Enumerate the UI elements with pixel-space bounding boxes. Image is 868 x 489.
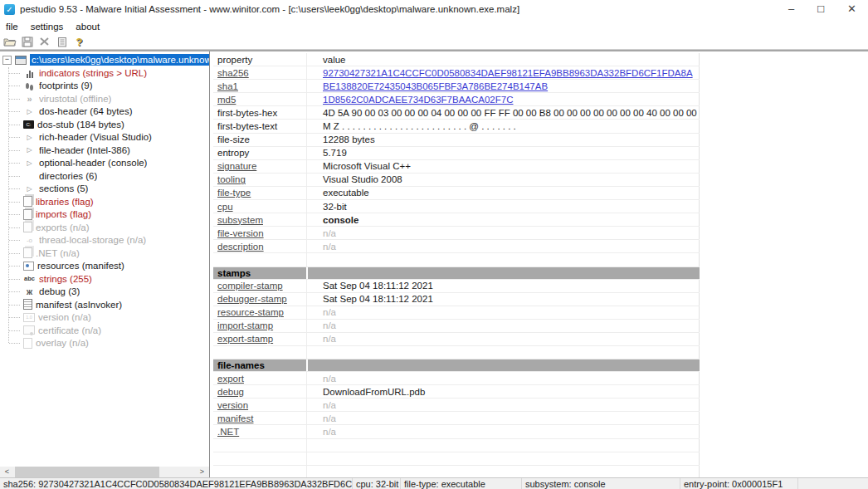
property-name[interactable]: import-stamp [217,320,273,330]
property-name[interactable]: description [217,242,264,252]
tree-item-label: debug (3) [39,286,80,296]
property-name[interactable]: export [217,374,244,384]
maximize-button[interactable]: ☐ [817,1,825,17]
tree-item-manifest[interactable]: manifest (asInvoker) [0,298,209,311]
tree-item-overlay[interactable]: overlay (n/a) [0,337,209,350]
tree-item-debug[interactable]: жdebug (3) [0,286,209,299]
property-value: executable [323,188,369,198]
open-file-icon[interactable] [2,35,17,48]
scroll-left-icon[interactable]: < [0,467,14,477]
save-icon[interactable] [20,35,34,48]
dos-icon: C: [23,120,34,129]
tree-root-label[interactable]: c:\users\leek0gg\desktop\malware.unknown… [30,54,209,66]
section-header-label: file-names [213,359,308,371]
column-header-value[interactable]: value [307,53,700,66]
collapse-icon[interactable]: − [2,56,12,65]
tree-item-label: dos-stub (184 bytes) [37,120,124,130]
property-name[interactable]: export-stamp [217,334,273,344]
scrollbar-thumb[interactable] [15,467,159,477]
menu-item-file[interactable]: file [6,22,18,32]
tree-item-imports[interactable]: imports (flag) [0,208,209,222]
property-name[interactable]: sha1 [217,81,238,91]
property-value: 4D 5A 90 00 03 00 00 00 04 00 00 00 FF F… [323,108,700,118]
tree-item-label: manifest (asInvoker) [36,300,122,310]
window-title: pestudio 9.53 - Malware Initial Assessme… [20,4,788,14]
tree-item-label: resources (manifest) [37,261,124,271]
close-file-icon[interactable] [37,35,51,48]
tree-item-version[interactable]: 1.0version (n/a) [0,311,209,325]
tree-item-virustotal[interactable]: »virustotal (offline) [0,92,209,105]
tree-root-node[interactable]: − c:\users\leek0gg\desktop\malware.unkno… [0,53,209,66]
tree-item-resources[interactable]: resources (manifest) [0,260,209,273]
help-icon[interactable]: ? [72,35,86,48]
property-name: first-bytes-text [217,121,277,131]
tree-item-indicators[interactable]: indicators (strings > URL) [0,66,209,80]
tree-item-label: imports (flag) [36,209,91,219]
title-bar: ✓ pestudio 9.53 - Malware Initial Assess… [0,0,868,18]
scroll-right-icon[interactable]: > [195,467,209,477]
app-logo-icon: ✓ [4,4,15,15]
close-button[interactable]: ✕ [847,1,856,17]
content-panel: propertyvaluesha25692730427321A1C4CCFC0D… [210,51,868,477]
tree-item-label: optional-header (console) [39,158,147,168]
property-name[interactable]: debug [217,387,244,397]
indicators-chart-icon [23,68,36,78]
table-row-import-stamp: import-stampn/a [213,320,700,333]
resources-icon [23,262,34,271]
tree-item-libraries[interactable]: libraries (flag) [0,195,209,208]
column-header-property[interactable]: property [213,53,307,66]
property-name[interactable]: compiler-stamp [217,281,283,291]
property-name[interactable]: cpu [217,202,233,212]
tree-items: indicators (strings > URL)footprints (9)… [0,66,209,350]
property-value: DownloadFromURL.pdb [323,387,425,397]
property-name[interactable]: manifest [217,413,253,423]
menu-item-settings[interactable]: settings [31,22,64,32]
tree-horizontal-scrollbar[interactable]: < > [0,467,209,477]
property-value[interactable]: 92730427321A1C4CCFC0D0580834DAEF98121EFA… [323,68,693,78]
table-row-manifest: manifestn/a [213,412,700,425]
tree-item-directories[interactable]: directories (6) [0,169,209,183]
tree-item-dos-header[interactable]: ▷dos-header (64 bytes) [0,105,209,119]
status-subsystem: subsystem: console [521,478,680,489]
table-row-export-stamp: export-stampn/a [213,333,700,346]
minimize-button[interactable]: – [788,1,794,17]
tree-item-thread-local-storage[interactable]: -othread-local-storage (n/a) [0,234,209,247]
tree-item-dos-stub[interactable]: C:dos-stub (184 bytes) [0,118,209,131]
tree-item-label: thread-local-storage (n/a) [39,235,146,245]
property-name[interactable]: subsystem [217,215,263,225]
expander-icon: ▷ [23,106,36,116]
tree-item-sections[interactable]: ▷sections (5) [0,183,209,196]
table-row-description: descriptionn/a [213,240,700,253]
certificate-icon [23,325,35,335]
tree-item-optional-header[interactable]: ▷optional-header (console) [0,157,209,170]
property-name[interactable]: file-version [217,228,264,238]
property-name[interactable]: tooling [217,174,246,184]
tree-item-exports[interactable]: exports (n/a) [0,221,209,234]
property-name[interactable]: resource-stamp [217,307,284,317]
menu-item-about[interactable]: about [76,22,100,32]
report-icon[interactable] [55,35,69,48]
property-name[interactable]: file-type [217,188,251,198]
tree-item-strings[interactable]: abcstrings (255) [0,272,209,286]
property-name[interactable]: debugger-stamp [217,294,287,304]
library-icon [23,247,32,258]
property-name[interactable]: sha256 [217,68,249,78]
property-name[interactable]: version [217,400,248,410]
tree-item-label: sections (5) [39,183,88,193]
application-icon [15,56,27,65]
footprints-icon [23,81,36,90]
tree-item-label: overlay (n/a) [36,338,89,348]
property-name[interactable]: md5 [217,95,236,105]
property-value: n/a [323,228,336,238]
property-name[interactable]: .NET [217,427,239,437]
property-name[interactable]: signature [217,161,256,171]
tree-item-footprints[interactable]: footprints (9) [0,80,209,93]
property-value[interactable]: BE138820E72435043B065FBF3A786BE274B147AB [323,81,548,91]
status-file-type: file-type: executable [400,478,521,489]
property-value: n/a [323,413,336,423]
tree-item-file-header[interactable]: ▷file-header (Intel-386) [0,144,209,157]
tree-item-certificate[interactable]: certificate (n/a) [0,324,209,337]
property-value[interactable]: 1D8562C0ADCAEE734D63F7BAACA02F7C [323,95,513,105]
tree-item-.net[interactable]: .NET (n/a) [0,247,209,260]
tree-item-rich-header[interactable]: ▷rich-header (Visual Studio) [0,131,209,144]
